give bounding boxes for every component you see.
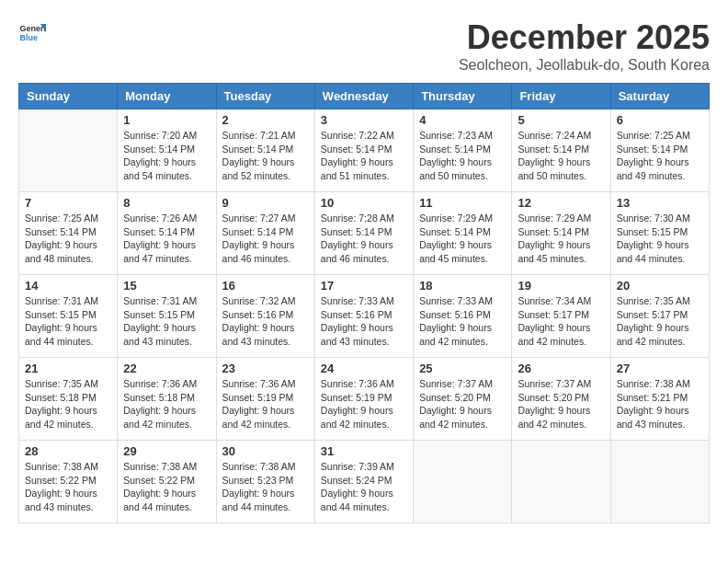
svg-text:Blue: Blue	[20, 33, 39, 42]
day-number: 5	[518, 113, 604, 127]
table-row: 17Sunrise: 7:33 AM Sunset: 5:16 PM Dayli…	[314, 275, 413, 358]
day-number: 17	[321, 279, 407, 293]
day-info: Sunrise: 7:29 AM Sunset: 5:14 PM Dayligh…	[419, 212, 506, 266]
header-friday: Friday	[512, 84, 610, 109]
table-row: 8Sunrise: 7:26 AM Sunset: 5:14 PM Daylig…	[118, 192, 216, 275]
table-row: 15Sunrise: 7:31 AM Sunset: 5:15 PM Dayli…	[118, 275, 216, 358]
day-number: 15	[123, 279, 210, 293]
day-number: 6	[617, 113, 703, 127]
table-row: 3Sunrise: 7:22 AM Sunset: 5:14 PM Daylig…	[314, 109, 413, 192]
day-info: Sunrise: 7:22 AM Sunset: 5:14 PM Dayligh…	[321, 129, 407, 183]
table-row: 11Sunrise: 7:29 AM Sunset: 5:14 PM Dayli…	[414, 192, 512, 275]
title-area: December 2025 Seolcheon, Jeollabuk-do, S…	[459, 18, 710, 74]
day-number: 22	[123, 362, 210, 375]
day-info: Sunrise: 7:36 AM Sunset: 5:19 PM Dayligh…	[321, 377, 407, 431]
table-row: 4Sunrise: 7:23 AM Sunset: 5:14 PM Daylig…	[414, 109, 512, 192]
day-info: Sunrise: 7:37 AM Sunset: 5:20 PM Dayligh…	[518, 377, 604, 431]
table-row: 19Sunrise: 7:34 AM Sunset: 5:17 PM Dayli…	[512, 275, 610, 358]
table-row: 1Sunrise: 7:20 AM Sunset: 5:14 PM Daylig…	[118, 109, 216, 192]
day-number: 24	[321, 362, 407, 375]
table-row	[414, 441, 512, 523]
day-info: Sunrise: 7:36 AM Sunset: 5:18 PM Dayligh…	[123, 377, 210, 431]
day-number: 21	[25, 362, 111, 375]
day-info: Sunrise: 7:33 AM Sunset: 5:16 PM Dayligh…	[419, 294, 506, 349]
subtitle: Seolcheon, Jeollabuk-do, South Korea	[459, 57, 710, 74]
day-info: Sunrise: 7:30 AM Sunset: 5:15 PM Dayligh…	[617, 212, 703, 266]
day-number: 27	[617, 362, 703, 375]
table-row: 5Sunrise: 7:24 AM Sunset: 5:14 PM Daylig…	[512, 109, 610, 192]
day-info: Sunrise: 7:21 AM Sunset: 5:14 PM Dayligh…	[222, 129, 309, 183]
header-saturday: Saturday	[610, 84, 709, 109]
day-number: 25	[419, 362, 506, 375]
day-number: 20	[617, 279, 703, 293]
table-row: 24Sunrise: 7:36 AM Sunset: 5:19 PM Dayli…	[314, 358, 413, 441]
table-row	[512, 441, 610, 523]
day-info: Sunrise: 7:38 AM Sunset: 5:22 PM Dayligh…	[25, 460, 111, 514]
day-number: 1	[123, 113, 210, 127]
day-number: 9	[222, 196, 309, 210]
table-row	[19, 109, 118, 192]
header-tuesday: Tuesday	[216, 84, 314, 109]
header-monday: Monday	[118, 84, 216, 109]
month-title: December 2025	[459, 18, 710, 57]
day-info: Sunrise: 7:23 AM Sunset: 5:14 PM Dayligh…	[419, 129, 506, 183]
day-info: Sunrise: 7:29 AM Sunset: 5:14 PM Dayligh…	[518, 212, 604, 266]
day-info: Sunrise: 7:27 AM Sunset: 5:14 PM Dayligh…	[222, 212, 309, 266]
day-number: 23	[222, 362, 309, 375]
day-number: 13	[617, 196, 703, 210]
header-wednesday: Wednesday	[314, 84, 413, 109]
day-number: 3	[321, 113, 407, 127]
table-row: 21Sunrise: 7:35 AM Sunset: 5:18 PM Dayli…	[19, 358, 118, 441]
table-row	[610, 441, 709, 523]
table-row: 16Sunrise: 7:32 AM Sunset: 5:16 PM Dayli…	[216, 275, 314, 358]
table-row: 25Sunrise: 7:37 AM Sunset: 5:20 PM Dayli…	[414, 358, 512, 441]
day-info: Sunrise: 7:38 AM Sunset: 5:22 PM Dayligh…	[123, 460, 210, 514]
day-number: 28	[25, 444, 111, 458]
day-number: 12	[518, 196, 604, 210]
day-number: 2	[222, 113, 309, 127]
table-row: 6Sunrise: 7:25 AM Sunset: 5:14 PM Daylig…	[610, 109, 709, 192]
day-number: 4	[419, 113, 506, 127]
day-info: Sunrise: 7:32 AM Sunset: 5:16 PM Dayligh…	[222, 294, 309, 349]
day-info: Sunrise: 7:33 AM Sunset: 5:16 PM Dayligh…	[321, 294, 407, 349]
table-row: 14Sunrise: 7:31 AM Sunset: 5:15 PM Dayli…	[19, 275, 118, 358]
day-number: 18	[419, 279, 506, 293]
table-row: 28Sunrise: 7:38 AM Sunset: 5:22 PM Dayli…	[19, 441, 118, 523]
table-row: 23Sunrise: 7:36 AM Sunset: 5:19 PM Dayli…	[216, 358, 314, 441]
day-info: Sunrise: 7:31 AM Sunset: 5:15 PM Dayligh…	[25, 294, 111, 349]
day-number: 11	[419, 196, 506, 210]
day-number: 14	[25, 279, 111, 293]
day-info: Sunrise: 7:38 AM Sunset: 5:23 PM Dayligh…	[222, 460, 309, 514]
day-number: 31	[321, 444, 407, 458]
day-info: Sunrise: 7:37 AM Sunset: 5:20 PM Dayligh…	[419, 377, 506, 431]
day-info: Sunrise: 7:31 AM Sunset: 5:15 PM Dayligh…	[123, 294, 210, 349]
day-number: 10	[321, 196, 407, 210]
logo-icon: General Blue	[18, 18, 46, 46]
day-number: 26	[518, 362, 604, 375]
day-info: Sunrise: 7:20 AM Sunset: 5:14 PM Dayligh…	[123, 129, 210, 183]
table-row: 26Sunrise: 7:37 AM Sunset: 5:20 PM Dayli…	[512, 358, 610, 441]
day-info: Sunrise: 7:26 AM Sunset: 5:14 PM Dayligh…	[123, 212, 210, 266]
day-number: 8	[123, 196, 210, 210]
day-info: Sunrise: 7:34 AM Sunset: 5:17 PM Dayligh…	[518, 294, 604, 349]
table-row: 7Sunrise: 7:25 AM Sunset: 5:14 PM Daylig…	[19, 192, 118, 275]
calendar-header-row: Sunday Monday Tuesday Wednesday Thursday…	[19, 84, 710, 109]
table-row: 31Sunrise: 7:39 AM Sunset: 5:24 PM Dayli…	[314, 441, 413, 523]
table-row: 29Sunrise: 7:38 AM Sunset: 5:22 PM Dayli…	[118, 441, 216, 523]
table-row: 30Sunrise: 7:38 AM Sunset: 5:23 PM Dayli…	[216, 441, 314, 523]
table-row: 12Sunrise: 7:29 AM Sunset: 5:14 PM Dayli…	[512, 192, 610, 275]
table-row: 2Sunrise: 7:21 AM Sunset: 5:14 PM Daylig…	[216, 109, 314, 192]
day-number: 7	[25, 196, 111, 210]
day-number: 29	[123, 444, 210, 458]
calendar-table: Sunday Monday Tuesday Wednesday Thursday…	[18, 83, 710, 523]
day-info: Sunrise: 7:35 AM Sunset: 5:17 PM Dayligh…	[617, 294, 703, 349]
day-info: Sunrise: 7:36 AM Sunset: 5:19 PM Dayligh…	[222, 377, 309, 431]
day-info: Sunrise: 7:28 AM Sunset: 5:14 PM Dayligh…	[321, 212, 407, 266]
table-row: 22Sunrise: 7:36 AM Sunset: 5:18 PM Dayli…	[118, 358, 216, 441]
day-info: Sunrise: 7:24 AM Sunset: 5:14 PM Dayligh…	[518, 129, 604, 183]
day-info: Sunrise: 7:38 AM Sunset: 5:21 PM Dayligh…	[617, 377, 703, 431]
table-row: 27Sunrise: 7:38 AM Sunset: 5:21 PM Dayli…	[610, 358, 709, 441]
day-number: 19	[518, 279, 604, 293]
day-info: Sunrise: 7:39 AM Sunset: 5:24 PM Dayligh…	[321, 460, 407, 514]
day-info: Sunrise: 7:25 AM Sunset: 5:14 PM Dayligh…	[25, 212, 111, 266]
